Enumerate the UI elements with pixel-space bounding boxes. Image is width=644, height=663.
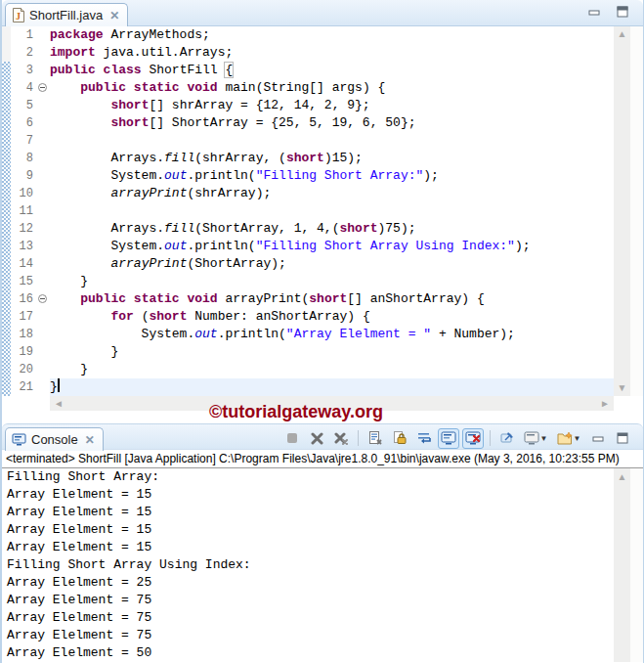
code-line[interactable]: 15 } — [11, 273, 614, 290]
scroll-lock-icon[interactable] — [389, 428, 410, 449]
show-stderr-icon[interactable] — [462, 428, 484, 449]
remove-launch-icon[interactable] — [306, 428, 327, 449]
display-selected-console-icon[interactable]: ▼ — [521, 428, 550, 449]
code-line[interactable]: 14 arrayPrint(ShortArray); — [11, 255, 614, 273]
console-toolbar: ▼ ▼ — [281, 427, 633, 449]
code-text[interactable] — [50, 202, 614, 220]
code-text[interactable]: package ArrayMethods; — [50, 26, 614, 44]
line-number: 8 — [11, 150, 36, 167]
code-line[interactable]: 17 for (short Number: anShortArray) { — [11, 308, 614, 326]
console-output-line: Array Elelment = 75 — [7, 627, 614, 644]
code-line[interactable]: 12 Arrays.fill(ShortArray, 1, 4,(short)7… — [11, 220, 614, 238]
minimize-console-icon[interactable] — [587, 428, 609, 449]
code-text[interactable]: Arrays.fill(ShortArray, 1, 4,(short)75); — [50, 220, 614, 238]
fold-ruler — [36, 44, 50, 62]
code-text[interactable]: } — [50, 343, 614, 361]
console-tab-close-icon[interactable]: ✕ — [85, 433, 95, 447]
maximize-view-icon[interactable] — [617, 6, 629, 18]
code-line[interactable]: 3public class ShortFill { — [11, 62, 614, 79]
code-line[interactable]: 9 System.out.println("Filling Short Arra… — [11, 167, 614, 185]
scroll-right-icon[interactable]: ► — [600, 399, 610, 409]
pin-console-icon[interactable] — [496, 428, 518, 449]
fold-ruler — [36, 167, 50, 185]
code-line[interactable]: 16 public static void arrayPrint(short[]… — [11, 290, 614, 308]
fold-collapse-icon[interactable] — [36, 79, 50, 97]
code-text[interactable]: } — [50, 273, 614, 290]
code-line[interactable]: 11 — [11, 202, 614, 220]
open-console-icon[interactable]: ▼ — [553, 428, 584, 449]
line-number: 5 — [11, 97, 36, 114]
code-text[interactable]: } — [50, 361, 614, 378]
code-text[interactable]: public class ShortFill { — [50, 62, 614, 79]
fold-ruler — [36, 361, 50, 378]
line-number: 18 — [11, 326, 36, 343]
scroll-left-icon[interactable]: ◄ — [54, 399, 64, 409]
clear-console-icon[interactable] — [365, 428, 386, 449]
code-text[interactable]: System.out.println("Filling Short Array … — [50, 238, 614, 255]
console-status-line: <terminated> ShortFill [Java Application… — [2, 450, 643, 468]
line-number: 1 — [11, 26, 36, 44]
watermark: ©tutorialgateway.org — [209, 402, 383, 422]
code-text[interactable]: import java.util.Arrays; — [50, 44, 614, 62]
code-line[interactable]: 18 System.out.println("Array Elelment = … — [11, 326, 614, 343]
tab-console[interactable]: Console ✕ — [5, 427, 104, 451]
code-text[interactable]: Arrays.fill(shrArray, (short)15); — [50, 150, 614, 167]
scroll-down-icon[interactable]: ▼ — [618, 383, 627, 393]
svg-text:J: J — [16, 11, 21, 22]
line-number: 4 — [11, 79, 36, 97]
code-text[interactable]: arrayPrint(shrArray); — [50, 185, 614, 202]
code-text[interactable]: short[] shrArray = {12, 14, 2, 9}; — [50, 97, 614, 114]
code-editor[interactable]: 1package ArrayMethods;2import java.util.… — [2, 26, 643, 396]
code-line[interactable]: 7 — [11, 132, 614, 150]
line-number: 13 — [11, 238, 36, 255]
code-line[interactable]: 1package ArrayMethods; — [11, 26, 614, 44]
java-file-icon: J — [12, 8, 24, 22]
console-output-line: Array Elelment = 50 — [7, 644, 614, 662]
minimize-view-icon[interactable] — [588, 7, 601, 17]
fold-ruler — [36, 202, 50, 220]
code-line[interactable]: 20 } — [11, 361, 614, 378]
code-line[interactable]: 21} — [11, 378, 614, 396]
console-output-line: Filling Short Array Using Index: — [7, 556, 614, 574]
console-icon — [12, 433, 26, 446]
console-output[interactable]: Filling Short Array:Array Elelment = 15A… — [2, 468, 614, 662]
code-text[interactable]: short[] ShortArray = {25, 5, 19, 6, 50}; — [50, 114, 614, 132]
editor-vertical-scrollbar[interactable]: ▲ ▼ — [614, 26, 630, 396]
code-line[interactable]: 4 public static void main(String[] args)… — [11, 79, 614, 97]
code-line[interactable]: 5 short[] shrArray = {12, 14, 2, 9}; — [11, 97, 614, 114]
code-line[interactable]: 10 arrayPrint(shrArray); — [11, 185, 614, 202]
code-text[interactable]: for (short Number: anShortArray) { — [50, 308, 614, 326]
code-text[interactable]: } — [50, 378, 614, 396]
code-line[interactable]: 2import java.util.Arrays; — [11, 44, 614, 62]
code-text[interactable]: System.out.println("Array Elelment = " +… — [50, 326, 614, 343]
fold-ruler — [36, 343, 50, 361]
code-text[interactable]: public static void arrayPrint(short[] an… — [50, 290, 614, 308]
line-number: 9 — [11, 167, 36, 185]
line-number: 21 — [11, 378, 36, 396]
console-output-line: Array Elelment = 15 — [7, 486, 614, 504]
fold-collapse-icon[interactable] — [36, 290, 50, 308]
remove-all-terminated-icon[interactable] — [330, 428, 352, 449]
code-line[interactable]: 6 short[] ShortArray = {25, 5, 19, 6, 50… — [11, 114, 614, 132]
code-text[interactable]: arrayPrint(ShortArray); — [50, 255, 614, 273]
terminate-icon[interactable] — [281, 428, 303, 449]
code-line[interactable]: 8 Arrays.fill(shrArray, (short)15); — [11, 150, 614, 167]
chevron-down-icon[interactable]: ▼ — [540, 434, 548, 443]
show-stdout-icon[interactable] — [438, 428, 459, 449]
word-wrap-icon[interactable] — [413, 428, 435, 449]
chevron-down-icon[interactable]: ▼ — [574, 434, 581, 443]
line-number: 2 — [11, 44, 36, 62]
code-text[interactable] — [50, 132, 614, 150]
console-tab-title: Console — [31, 432, 78, 447]
maximize-console-icon[interactable] — [612, 428, 633, 449]
console-vertical-scrollbar[interactable]: ▲ — [614, 468, 630, 662]
scroll-up-icon[interactable]: ▲ — [618, 29, 627, 39]
code-line[interactable]: 13 System.out.println("Filling Short Arr… — [11, 238, 614, 255]
tab-shortfill-java[interactable]: J ShortFill.java ✕ — [5, 3, 128, 26]
code-text[interactable]: System.out.println("Filling Short Array:… — [50, 167, 614, 185]
scroll-up-icon[interactable]: ▲ — [618, 472, 627, 482]
code-lines[interactable]: 1package ArrayMethods;2import java.util.… — [11, 26, 614, 396]
code-line[interactable]: 19 } — [11, 343, 614, 361]
code-text[interactable]: public static void main(String[] args) { — [50, 79, 614, 97]
tab-close-icon[interactable]: ✕ — [109, 9, 119, 22]
